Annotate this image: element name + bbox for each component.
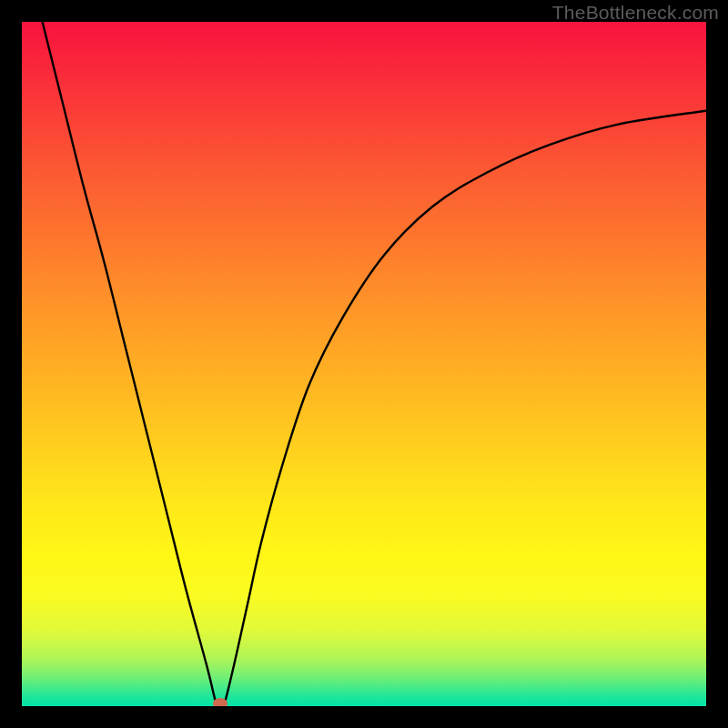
minimum-marker [213,698,228,706]
watermark-text: TheBottleneck.com [552,2,719,24]
bottleneck-curve [22,22,706,706]
chart-frame: TheBottleneck.com [0,0,728,728]
plot-area [22,22,706,706]
